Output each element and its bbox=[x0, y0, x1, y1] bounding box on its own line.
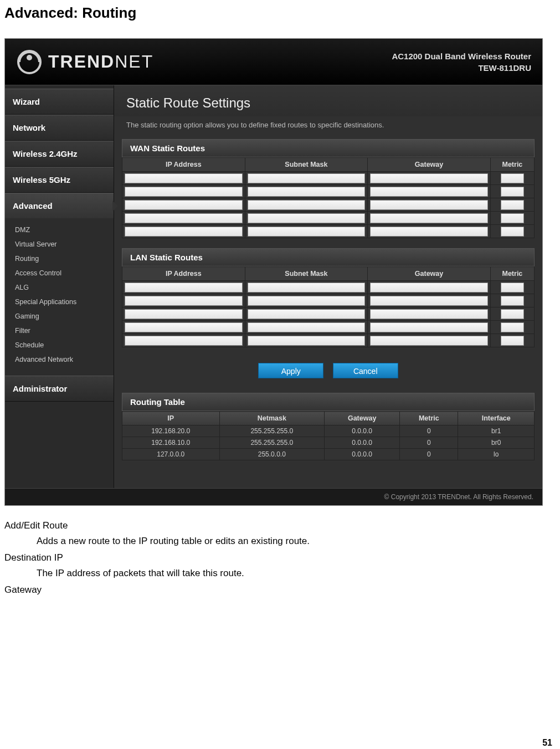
footer-copyright: © Copyright 2013 TRENDnet. All Rights Re… bbox=[5, 488, 542, 505]
lan-table-gw-input-4[interactable] bbox=[370, 336, 488, 346]
column-header-mask: Subnet Mask bbox=[245, 267, 368, 281]
nav-item-advanced[interactable]: Advanced bbox=[5, 193, 114, 218]
lan-table-mask-input-0[interactable] bbox=[248, 283, 366, 293]
nav-sub-filter[interactable]: Filter bbox=[5, 324, 114, 338]
brand-globe-icon bbox=[16, 49, 43, 75]
nav-sub-virtual-server[interactable]: Virtual Server bbox=[5, 237, 114, 252]
product-title: AC1200 Dual Band Wireless Router TEW-811… bbox=[392, 50, 531, 74]
wan-table-mask-input-3[interactable] bbox=[248, 213, 366, 223]
panel-title: Static Route Settings bbox=[114, 85, 542, 116]
lan-table-mask-input-4[interactable] bbox=[248, 336, 366, 346]
lan-table-metric-input-0[interactable] bbox=[501, 283, 524, 293]
lan-table-ip-input-1[interactable] bbox=[125, 296, 243, 306]
rt-cell-gateway: 0.0.0.0 bbox=[325, 437, 400, 449]
nav-sub-access-control[interactable]: Access Control bbox=[5, 266, 114, 280]
wan-table-metric-input-3[interactable] bbox=[501, 213, 524, 223]
cancel-button[interactable]: Cancel bbox=[333, 363, 398, 378]
lan-table-gw-input-3[interactable] bbox=[370, 322, 488, 332]
column-header-metric: Metric bbox=[490, 158, 534, 172]
column-header-gw: Gateway bbox=[368, 158, 491, 172]
rt-cell-gateway: 0.0.0.0 bbox=[325, 449, 400, 460]
lan-table-metric-input-2[interactable] bbox=[501, 309, 524, 319]
lan-table-ip-input-0[interactable] bbox=[125, 283, 243, 293]
lan-table-metric-input-4[interactable] bbox=[501, 336, 524, 346]
apply-button[interactable]: Apply bbox=[258, 363, 323, 378]
nav-sub-dmz[interactable]: DMZ bbox=[5, 223, 114, 237]
definition-term: Destination IP bbox=[4, 550, 556, 566]
lan-table-gw-input-2[interactable] bbox=[370, 309, 488, 319]
wan-table-metric-input-0[interactable] bbox=[501, 173, 524, 183]
rt-cell-netmask: 255.255.255.0 bbox=[219, 425, 325, 437]
svg-point-1 bbox=[27, 55, 32, 60]
rt-col-interface: Interface bbox=[458, 412, 535, 425]
rt-cell-metric: 0 bbox=[400, 425, 458, 437]
rt-cell-ip: 192.168.20.0 bbox=[122, 425, 220, 437]
rt-cell-netmask: 255.255.255.0 bbox=[219, 437, 325, 449]
wan-table-gw-input-0[interactable] bbox=[370, 173, 488, 183]
rt-col-ip: IP bbox=[122, 412, 220, 425]
wan-table-mask-input-1[interactable] bbox=[248, 187, 366, 197]
wan-table-gw-input-4[interactable] bbox=[370, 227, 488, 237]
lan-table-mask-input-2[interactable] bbox=[248, 309, 366, 319]
nav-item-wizard[interactable]: Wizard bbox=[5, 89, 114, 115]
lan-table-mask-input-1[interactable] bbox=[248, 296, 366, 306]
wan-table-metric-input-4[interactable] bbox=[501, 227, 524, 237]
table-row bbox=[122, 307, 535, 321]
sidebar: WizardNetworkWireless 2.4GHzWireless 5GH… bbox=[5, 85, 114, 488]
rt-col-gateway: Gateway bbox=[325, 412, 400, 425]
nav-sub-alg[interactable]: ALG bbox=[5, 280, 114, 295]
wan-table-gw-input-1[interactable] bbox=[370, 187, 488, 197]
rt-cell-metric: 0 bbox=[400, 449, 458, 460]
wan-table-ip-input-4[interactable] bbox=[125, 227, 243, 237]
rt-col-netmask: Netmask bbox=[219, 412, 325, 425]
wan-table-ip-input-3[interactable] bbox=[125, 213, 243, 223]
wan-table-ip-input-0[interactable] bbox=[125, 173, 243, 183]
lan-table-mask-input-3[interactable] bbox=[248, 322, 366, 332]
lan-table-gw-input-0[interactable] bbox=[370, 283, 488, 293]
column-header-metric: Metric bbox=[490, 267, 534, 281]
nav-item-wireless-2-4ghz[interactable]: Wireless 2.4GHz bbox=[5, 141, 114, 167]
doc-heading: Advanced: Routing bbox=[4, 4, 560, 22]
table-row bbox=[122, 225, 535, 238]
lan-static-routes-table: IP AddressSubnet MaskGatewayMetric bbox=[122, 266, 535, 347]
lan-table-ip-input-3[interactable] bbox=[125, 322, 243, 332]
wan-table-gw-input-2[interactable] bbox=[370, 200, 488, 210]
wan-table-metric-input-1[interactable] bbox=[501, 187, 524, 197]
column-header-ip: IP Address bbox=[122, 267, 245, 281]
button-row: Apply Cancel bbox=[114, 357, 542, 393]
lan-table-ip-input-4[interactable] bbox=[125, 336, 243, 346]
main-panel: Static Route Settings The static routing… bbox=[114, 85, 542, 488]
table-row bbox=[122, 334, 535, 347]
wan-table-metric-input-2[interactable] bbox=[501, 200, 524, 210]
wan-table-ip-input-2[interactable] bbox=[125, 200, 243, 210]
wan-table-mask-input-0[interactable] bbox=[248, 173, 366, 183]
nav-item-administrator[interactable]: Administrator bbox=[5, 376, 114, 402]
nav-sub-schedule[interactable]: Schedule bbox=[5, 338, 114, 352]
rt-cell-ip: 192.168.10.0 bbox=[122, 437, 220, 449]
column-header-ip: IP Address bbox=[122, 158, 245, 172]
lan-table-ip-input-2[interactable] bbox=[125, 309, 243, 319]
column-header-gw: Gateway bbox=[368, 267, 491, 281]
nav-item-wireless-5ghz[interactable]: Wireless 5GHz bbox=[5, 167, 114, 193]
routing-table-row: 192.168.10.0255.255.255.00.0.0.00br0 bbox=[122, 437, 535, 449]
routing-table-row: 127.0.0.0255.0.0.00.0.0.00lo bbox=[122, 449, 535, 460]
wan-static-routes-header: WAN Static Routes bbox=[122, 139, 535, 157]
wan-table-gw-input-3[interactable] bbox=[370, 213, 488, 223]
nav-sub-routing[interactable]: Routing bbox=[5, 252, 114, 266]
definition-term: Add/Edit Route bbox=[4, 518, 556, 533]
table-row bbox=[122, 172, 535, 185]
lan-table-metric-input-1[interactable] bbox=[501, 296, 524, 306]
rt-cell-iface: br1 bbox=[458, 425, 535, 437]
nav-sub-special-applications[interactable]: Special Applications bbox=[5, 295, 114, 309]
lan-table-gw-input-1[interactable] bbox=[370, 296, 488, 306]
rt-cell-ip: 127.0.0.0 bbox=[122, 449, 220, 460]
lan-table-metric-input-3[interactable] bbox=[501, 322, 524, 332]
nav-item-network[interactable]: Network bbox=[5, 115, 114, 141]
wan-table-mask-input-4[interactable] bbox=[248, 227, 366, 237]
nav-sub-advanced-network[interactable]: Advanced Network bbox=[5, 352, 114, 367]
nav-sub-gaming[interactable]: Gaming bbox=[5, 309, 114, 324]
routing-table: IPNetmaskGatewayMetricInterface192.168.2… bbox=[122, 411, 535, 460]
wan-table-ip-input-1[interactable] bbox=[125, 187, 243, 197]
wan-table-mask-input-2[interactable] bbox=[248, 200, 366, 210]
rt-cell-iface: lo bbox=[458, 449, 535, 460]
